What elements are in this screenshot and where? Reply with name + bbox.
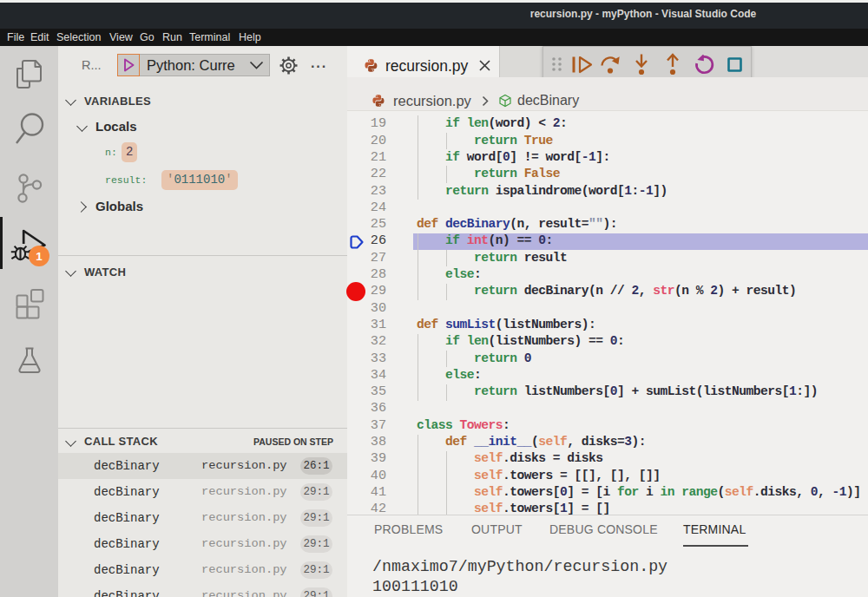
svg-text:1: 1 <box>36 250 43 263</box>
